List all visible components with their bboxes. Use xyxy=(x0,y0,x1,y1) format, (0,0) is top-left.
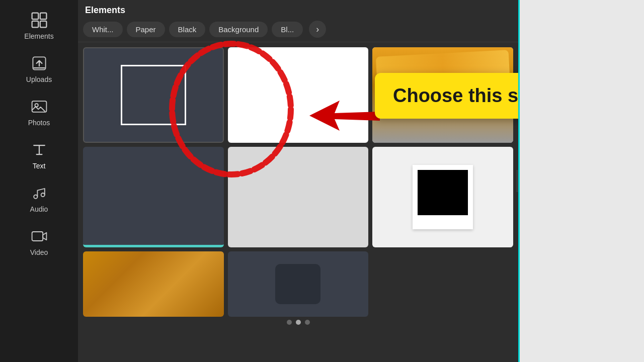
scroll-dot-1 xyxy=(287,320,292,325)
grid-item-small-dark[interactable] xyxy=(228,251,369,317)
svg-point-8 xyxy=(41,193,44,197)
callout-text: Choose this square xyxy=(393,85,518,106)
grid-item-light-gray[interactable] xyxy=(228,147,369,247)
collapse-panel-button[interactable]: ‹ xyxy=(516,170,518,192)
elements-label: Elements xyxy=(24,32,53,40)
polaroid-frame xyxy=(413,165,473,229)
callout-box: Choose this square xyxy=(375,73,518,119)
sidebar-item-audio[interactable]: Audio xyxy=(0,177,78,220)
svg-point-7 xyxy=(34,195,37,199)
grid-item-polaroid[interactable] xyxy=(372,147,513,247)
text-icon xyxy=(30,141,48,159)
photos-label: Photos xyxy=(28,119,50,127)
uploads-label: Uploads xyxy=(26,75,52,83)
photo-icon xyxy=(30,98,48,116)
svg-rect-1 xyxy=(40,13,46,20)
panel-header: Elements xyxy=(78,0,518,17)
scroll-dot-3 xyxy=(305,320,310,325)
grid-item-dark-square[interactable] xyxy=(83,47,224,143)
svg-rect-3 xyxy=(40,21,46,28)
sidebar-item-text[interactable]: Text xyxy=(0,134,78,177)
inner-white-border-square xyxy=(121,65,186,125)
scroll-dot-2 xyxy=(296,320,301,325)
filter-background[interactable]: Background xyxy=(209,22,268,37)
elements-panel: Elements Whit... Paper Black Background … xyxy=(78,0,518,362)
video-icon xyxy=(30,227,48,245)
grid-item-wood[interactable] xyxy=(83,251,224,317)
filter-paper[interactable]: Paper xyxy=(127,22,165,37)
upload-icon xyxy=(30,54,48,72)
right-panel xyxy=(518,0,644,362)
filter-white[interactable]: Whit... xyxy=(83,22,123,37)
video-label: Video xyxy=(30,248,48,256)
filter-bl[interactable]: Bl... xyxy=(272,22,303,37)
filter-row: Whit... Paper Black Background Bl... › xyxy=(78,17,518,42)
svg-rect-9 xyxy=(32,232,43,241)
sidebar-item-photos[interactable]: Photos xyxy=(0,90,78,134)
audio-label: Audio xyxy=(30,205,48,213)
sidebar-item-video[interactable]: Video xyxy=(0,220,78,263)
sidebar-item-elements[interactable]: Elements xyxy=(0,4,78,47)
grid-item-teal-border[interactable] xyxy=(83,147,224,247)
small-rounded-inner xyxy=(275,264,320,304)
sidebar-item-uploads[interactable]: Uploads xyxy=(0,47,78,90)
svg-rect-0 xyxy=(32,13,38,20)
elements-icon xyxy=(30,11,48,29)
polaroid-inner xyxy=(418,170,468,215)
audio-icon xyxy=(30,184,48,202)
panel-title: Elements xyxy=(85,5,125,16)
grid-item-white[interactable] xyxy=(228,47,369,143)
scroll-dots xyxy=(83,317,513,328)
text-label: Text xyxy=(33,162,46,170)
svg-rect-2 xyxy=(32,21,38,28)
filter-black[interactable]: Black xyxy=(169,22,206,37)
sidebar: Elements Uploads Photos Text Audio xyxy=(0,0,78,362)
filter-more-button[interactable]: › xyxy=(309,21,326,38)
